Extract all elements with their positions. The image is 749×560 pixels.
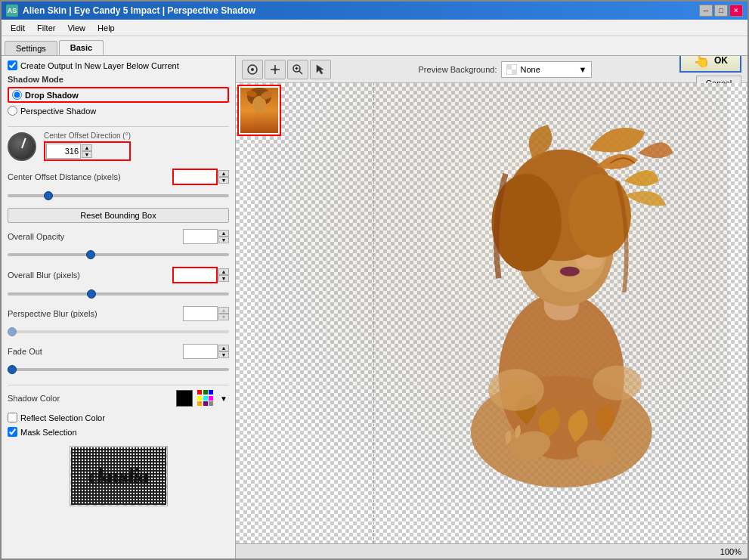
mask-selection-row: Mask Selection — [8, 427, 229, 437]
overall-opacity-down-btn[interactable]: ▼ — [218, 237, 229, 243]
perspective-blur-up-btn[interactable]: ▲ — [218, 307, 229, 314]
overall-opacity-slider[interactable] — [8, 253, 229, 256]
shadow-mode-label: Shadow Mode — [8, 75, 229, 84]
color-cell-4 — [197, 396, 202, 401]
overall-blur-input[interactable]: 75.28 — [172, 267, 218, 283]
right-toolbar: Preview Background: None ▼ 👆 — [236, 56, 747, 83]
offset-distance-spinbox: 34.28 ▲ ▼ — [172, 169, 229, 185]
menu-help[interactable]: Help — [91, 22, 121, 34]
color-cell-3 — [209, 390, 213, 394]
direction-row: Center Offset Direction (°) 316 ▲ ▼ — [8, 131, 229, 161]
overall-blur-up-btn[interactable]: ▲ — [218, 268, 229, 275]
svg-marker-7 — [317, 65, 323, 74]
fade-out-spinbox-btns: ▲ ▼ — [218, 345, 229, 358]
overall-blur-down-btn[interactable]: ▼ — [218, 275, 229, 282]
tab-basic[interactable]: Basic — [59, 40, 104, 55]
direction-dial[interactable] — [8, 132, 36, 161]
offset-distance-input[interactable]: 34.28 — [172, 169, 218, 185]
overall-opacity-param: Overall Opacity 37 ▲ ▼ — [8, 229, 229, 244]
direction-down-btn[interactable]: ▼ — [82, 151, 92, 158]
perspective-blur-down-btn[interactable]: ▼ — [218, 314, 229, 320]
title-bar-controls: ─ □ ✕ — [699, 5, 743, 17]
overall-blur-spinbox-btns: ▲ ▼ — [218, 268, 229, 282]
svg-point-2 — [274, 68, 277, 71]
color-cell-8 — [203, 401, 208, 406]
direction-spinbox: 316 ▲ ▼ — [44, 141, 131, 161]
pan-button[interactable] — [265, 60, 286, 79]
preview-bg-chevron: ▼ — [579, 65, 587, 74]
direction-input[interactable]: 316 — [46, 144, 81, 159]
svg-line-4 — [299, 71, 302, 74]
drop-shadow-row: Drop Shadow — [8, 87, 229, 103]
preview-bg-row: Preview Background: None ▼ — [419, 61, 593, 78]
svg-point-28 — [568, 174, 631, 258]
shadow-color-swatch[interactable] — [176, 390, 193, 407]
svg-point-24 — [560, 267, 580, 277]
perspective-blur-label: Perspective Blur (pixels) — [8, 309, 183, 318]
perspective-blur-spinbox: 0.00 ▲ ▼ — [183, 306, 229, 321]
preview-mode-icon — [246, 63, 258, 76]
menu-bar: Edit Filter View Help — [2, 20, 747, 36]
perspective-blur-slider-track — [8, 326, 229, 338]
perspective-blur-input[interactable]: 0.00 — [183, 306, 218, 321]
overall-opacity-spinbox: 37 ▲ ▼ — [183, 229, 229, 244]
watermark-bg: claudia — [71, 447, 166, 505]
fade-out-param: Fade Out 0 ▲ ▼ — [8, 344, 229, 359]
offset-distance-up-btn[interactable]: ▲ — [218, 170, 229, 177]
zoom-button[interactable] — [287, 60, 308, 79]
ok-hand-icon: 👆 — [692, 56, 710, 70]
zoom-icon — [292, 63, 304, 76]
perspective-shadow-label: Perspective Shadow — [20, 107, 96, 116]
fade-out-slider[interactable] — [8, 368, 229, 371]
fade-out-down-btn[interactable]: ▼ — [218, 351, 229, 358]
minimize-button[interactable]: ─ — [699, 5, 713, 17]
toolbar-icons — [242, 60, 331, 79]
create-output-checkbox[interactable] — [8, 60, 17, 70]
menu-edit[interactable]: Edit — [5, 22, 31, 34]
color-cell-9 — [209, 401, 213, 406]
direction-up-btn[interactable]: ▲ — [82, 144, 92, 151]
overall-blur-slider[interactable] — [8, 292, 229, 295]
color-dropdown-arrow[interactable]: ▼ — [218, 393, 229, 404]
main-content: Create Output In New Layer Below Current… — [2, 56, 747, 558]
color-cell-1 — [197, 390, 202, 394]
overall-opacity-up-btn[interactable]: ▲ — [218, 230, 229, 237]
overall-blur-param: Overall Blur (pixels) 75.28 ▲ ▼ — [8, 267, 229, 283]
reflect-selection-row: Reflect Selection Color — [8, 413, 229, 422]
fade-out-up-btn[interactable]: ▲ — [218, 345, 229, 351]
title-bar-left: AS Alien Skin | Eye Candy 5 Impact | Per… — [6, 5, 255, 17]
mask-selection-checkbox[interactable] — [8, 427, 17, 437]
restore-button[interactable]: □ — [714, 5, 728, 17]
shadow-mode-group: Drop Shadow Perspective Shadow — [8, 87, 229, 116]
ok-button[interactable]: 👆 OK — [679, 56, 741, 73]
status-bar: 100% — [236, 543, 747, 558]
preview-bg-select[interactable]: None ▼ — [501, 61, 592, 78]
color-grid-button[interactable] — [197, 390, 214, 407]
left-panel: Create Output In New Layer Below Current… — [2, 56, 236, 558]
tab-settings[interactable]: Settings — [5, 41, 57, 55]
perspective-shadow-radio[interactable] — [8, 106, 17, 116]
fade-out-row: Fade Out 0 ▲ ▼ — [8, 344, 229, 376]
pan-icon — [269, 63, 281, 76]
preview-mode-button[interactable] — [242, 60, 263, 79]
close-button[interactable]: ✕ — [729, 5, 743, 17]
menu-filter[interactable]: Filter — [31, 22, 61, 34]
perspective-blur-row: Perspective Blur (pixels) 0.00 ▲ ▼ — [8, 306, 229, 338]
perspective-blur-spinbox-btns: ▲ ▼ — [218, 307, 229, 320]
svg-point-31 — [488, 369, 544, 410]
cursor-button[interactable] — [310, 60, 331, 79]
preview-bg-icon — [506, 64, 517, 75]
main-window: AS Alien Skin | Eye Candy 5 Impact | Per… — [0, 0, 749, 560]
offset-distance-slider[interactable] — [8, 194, 229, 197]
reset-bounding-box-button[interactable]: Reset Bounding Box — [8, 208, 229, 223]
direction-spinbox-btns: ▲ ▼ — [82, 144, 92, 158]
drop-shadow-radio[interactable] — [12, 90, 22, 100]
preview-canvas — [236, 83, 747, 543]
reflect-selection-checkbox[interactable] — [8, 413, 17, 422]
preview-bg-value: None — [520, 65, 540, 74]
perspective-blur-slider[interactable] — [8, 330, 229, 333]
menu-view[interactable]: View — [61, 22, 91, 34]
overall-opacity-input[interactable]: 37 — [183, 229, 218, 244]
offset-distance-down-btn[interactable]: ▼ — [218, 177, 229, 184]
fade-out-input[interactable]: 0 — [183, 344, 218, 359]
